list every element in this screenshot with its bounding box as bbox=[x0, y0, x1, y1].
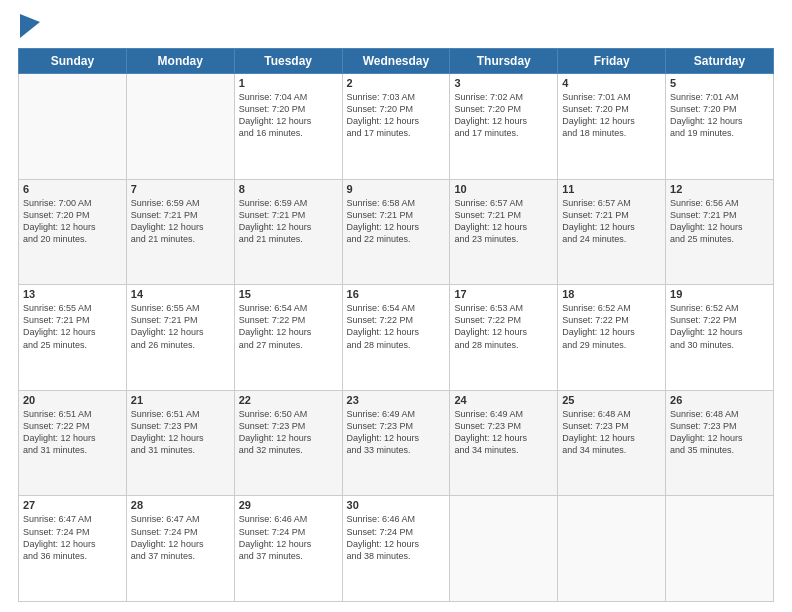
weekday-header: Thursday bbox=[450, 49, 558, 74]
day-number: 29 bbox=[239, 499, 338, 511]
page: SundayMondayTuesdayWednesdayThursdayFrid… bbox=[0, 0, 792, 612]
day-number: 10 bbox=[454, 183, 553, 195]
day-number: 20 bbox=[23, 394, 122, 406]
calendar-day: 24Sunrise: 6:49 AM Sunset: 7:23 PM Dayli… bbox=[450, 390, 558, 496]
day-number: 23 bbox=[347, 394, 446, 406]
empty-day bbox=[666, 496, 774, 602]
calendar-day: 6Sunrise: 7:00 AM Sunset: 7:20 PM Daylig… bbox=[19, 179, 127, 285]
empty-day bbox=[558, 496, 666, 602]
calendar-day: 14Sunrise: 6:55 AM Sunset: 7:21 PM Dayli… bbox=[126, 285, 234, 391]
weekday-header: Sunday bbox=[19, 49, 127, 74]
empty-day bbox=[450, 496, 558, 602]
calendar-day: 28Sunrise: 6:47 AM Sunset: 7:24 PM Dayli… bbox=[126, 496, 234, 602]
day-number: 8 bbox=[239, 183, 338, 195]
day-number: 14 bbox=[131, 288, 230, 300]
calendar-day: 25Sunrise: 6:48 AM Sunset: 7:23 PM Dayli… bbox=[558, 390, 666, 496]
day-number: 19 bbox=[670, 288, 769, 300]
calendar-day: 5Sunrise: 7:01 AM Sunset: 7:20 PM Daylig… bbox=[666, 74, 774, 180]
calendar-day: 29Sunrise: 6:46 AM Sunset: 7:24 PM Dayli… bbox=[234, 496, 342, 602]
weekday-header: Tuesday bbox=[234, 49, 342, 74]
calendar-day: 1Sunrise: 7:04 AM Sunset: 7:20 PM Daylig… bbox=[234, 74, 342, 180]
day-info: Sunrise: 6:58 AM Sunset: 7:21 PM Dayligh… bbox=[347, 197, 446, 246]
calendar-day: 8Sunrise: 6:59 AM Sunset: 7:21 PM Daylig… bbox=[234, 179, 342, 285]
day-info: Sunrise: 7:00 AM Sunset: 7:20 PM Dayligh… bbox=[23, 197, 122, 246]
header bbox=[18, 18, 774, 38]
weekday-header: Friday bbox=[558, 49, 666, 74]
day-number: 1 bbox=[239, 77, 338, 89]
calendar-day: 23Sunrise: 6:49 AM Sunset: 7:23 PM Dayli… bbox=[342, 390, 450, 496]
day-info: Sunrise: 6:56 AM Sunset: 7:21 PM Dayligh… bbox=[670, 197, 769, 246]
day-number: 30 bbox=[347, 499, 446, 511]
day-info: Sunrise: 6:49 AM Sunset: 7:23 PM Dayligh… bbox=[454, 408, 553, 457]
calendar-day: 2Sunrise: 7:03 AM Sunset: 7:20 PM Daylig… bbox=[342, 74, 450, 180]
day-number: 12 bbox=[670, 183, 769, 195]
calendar-day: 18Sunrise: 6:52 AM Sunset: 7:22 PM Dayli… bbox=[558, 285, 666, 391]
day-info: Sunrise: 6:54 AM Sunset: 7:22 PM Dayligh… bbox=[347, 302, 446, 351]
calendar-day: 22Sunrise: 6:50 AM Sunset: 7:23 PM Dayli… bbox=[234, 390, 342, 496]
calendar-day: 7Sunrise: 6:59 AM Sunset: 7:21 PM Daylig… bbox=[126, 179, 234, 285]
calendar-day: 17Sunrise: 6:53 AM Sunset: 7:22 PM Dayli… bbox=[450, 285, 558, 391]
calendar-day: 27Sunrise: 6:47 AM Sunset: 7:24 PM Dayli… bbox=[19, 496, 127, 602]
day-info: Sunrise: 6:53 AM Sunset: 7:22 PM Dayligh… bbox=[454, 302, 553, 351]
calendar-day: 26Sunrise: 6:48 AM Sunset: 7:23 PM Dayli… bbox=[666, 390, 774, 496]
day-number: 18 bbox=[562, 288, 661, 300]
day-info: Sunrise: 6:48 AM Sunset: 7:23 PM Dayligh… bbox=[670, 408, 769, 457]
day-info: Sunrise: 6:51 AM Sunset: 7:22 PM Dayligh… bbox=[23, 408, 122, 457]
day-info: Sunrise: 7:01 AM Sunset: 7:20 PM Dayligh… bbox=[670, 91, 769, 140]
day-info: Sunrise: 6:51 AM Sunset: 7:23 PM Dayligh… bbox=[131, 408, 230, 457]
day-number: 9 bbox=[347, 183, 446, 195]
day-info: Sunrise: 6:57 AM Sunset: 7:21 PM Dayligh… bbox=[562, 197, 661, 246]
calendar-day: 19Sunrise: 6:52 AM Sunset: 7:22 PM Dayli… bbox=[666, 285, 774, 391]
day-number: 15 bbox=[239, 288, 338, 300]
logo-icon bbox=[20, 14, 40, 38]
day-info: Sunrise: 7:04 AM Sunset: 7:20 PM Dayligh… bbox=[239, 91, 338, 140]
day-info: Sunrise: 6:52 AM Sunset: 7:22 PM Dayligh… bbox=[670, 302, 769, 351]
day-number: 28 bbox=[131, 499, 230, 511]
calendar-day: 3Sunrise: 7:02 AM Sunset: 7:20 PM Daylig… bbox=[450, 74, 558, 180]
day-info: Sunrise: 6:50 AM Sunset: 7:23 PM Dayligh… bbox=[239, 408, 338, 457]
logo-text bbox=[18, 18, 40, 38]
empty-day bbox=[126, 74, 234, 180]
day-number: 22 bbox=[239, 394, 338, 406]
empty-day bbox=[19, 74, 127, 180]
day-info: Sunrise: 6:59 AM Sunset: 7:21 PM Dayligh… bbox=[239, 197, 338, 246]
day-info: Sunrise: 7:03 AM Sunset: 7:20 PM Dayligh… bbox=[347, 91, 446, 140]
day-number: 13 bbox=[23, 288, 122, 300]
day-info: Sunrise: 6:46 AM Sunset: 7:24 PM Dayligh… bbox=[239, 513, 338, 562]
day-info: Sunrise: 6:49 AM Sunset: 7:23 PM Dayligh… bbox=[347, 408, 446, 457]
svg-marker-0 bbox=[20, 14, 40, 38]
calendar-day: 9Sunrise: 6:58 AM Sunset: 7:21 PM Daylig… bbox=[342, 179, 450, 285]
calendar-day: 30Sunrise: 6:46 AM Sunset: 7:24 PM Dayli… bbox=[342, 496, 450, 602]
day-number: 17 bbox=[454, 288, 553, 300]
logo bbox=[18, 18, 40, 38]
day-number: 26 bbox=[670, 394, 769, 406]
day-info: Sunrise: 7:02 AM Sunset: 7:20 PM Dayligh… bbox=[454, 91, 553, 140]
calendar-day: 11Sunrise: 6:57 AM Sunset: 7:21 PM Dayli… bbox=[558, 179, 666, 285]
calendar-day: 13Sunrise: 6:55 AM Sunset: 7:21 PM Dayli… bbox=[19, 285, 127, 391]
calendar-day: 21Sunrise: 6:51 AM Sunset: 7:23 PM Dayli… bbox=[126, 390, 234, 496]
day-number: 4 bbox=[562, 77, 661, 89]
day-info: Sunrise: 6:47 AM Sunset: 7:24 PM Dayligh… bbox=[23, 513, 122, 562]
weekday-header: Wednesday bbox=[342, 49, 450, 74]
weekday-header: Saturday bbox=[666, 49, 774, 74]
day-info: Sunrise: 6:59 AM Sunset: 7:21 PM Dayligh… bbox=[131, 197, 230, 246]
day-info: Sunrise: 6:54 AM Sunset: 7:22 PM Dayligh… bbox=[239, 302, 338, 351]
day-number: 6 bbox=[23, 183, 122, 195]
calendar-day: 12Sunrise: 6:56 AM Sunset: 7:21 PM Dayli… bbox=[666, 179, 774, 285]
day-number: 11 bbox=[562, 183, 661, 195]
day-info: Sunrise: 7:01 AM Sunset: 7:20 PM Dayligh… bbox=[562, 91, 661, 140]
day-info: Sunrise: 6:52 AM Sunset: 7:22 PM Dayligh… bbox=[562, 302, 661, 351]
calendar-day: 16Sunrise: 6:54 AM Sunset: 7:22 PM Dayli… bbox=[342, 285, 450, 391]
weekday-header: Monday bbox=[126, 49, 234, 74]
day-number: 2 bbox=[347, 77, 446, 89]
day-number: 16 bbox=[347, 288, 446, 300]
calendar-day: 15Sunrise: 6:54 AM Sunset: 7:22 PM Dayli… bbox=[234, 285, 342, 391]
day-info: Sunrise: 6:46 AM Sunset: 7:24 PM Dayligh… bbox=[347, 513, 446, 562]
day-info: Sunrise: 6:47 AM Sunset: 7:24 PM Dayligh… bbox=[131, 513, 230, 562]
day-number: 27 bbox=[23, 499, 122, 511]
day-number: 5 bbox=[670, 77, 769, 89]
day-number: 24 bbox=[454, 394, 553, 406]
day-number: 21 bbox=[131, 394, 230, 406]
day-number: 25 bbox=[562, 394, 661, 406]
day-number: 3 bbox=[454, 77, 553, 89]
